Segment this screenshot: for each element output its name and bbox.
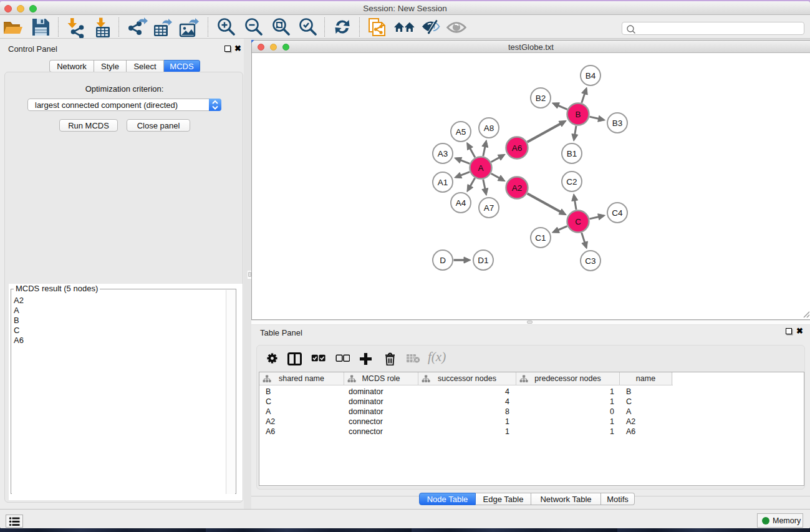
svg-text:B3: B3 (612, 118, 623, 128)
svg-text:C: C (575, 217, 581, 226)
svg-text:C2: C2 (566, 177, 577, 186)
svg-text:A: A (478, 163, 483, 173)
svg-text:B1: B1 (567, 149, 577, 158)
svg-text:B4: B4 (586, 71, 596, 80)
svg-text:B: B (575, 110, 581, 119)
svg-text:A2: A2 (512, 183, 523, 193)
svg-text:A4: A4 (456, 198, 466, 208)
svg-text:C3: C3 (585, 256, 595, 266)
svg-text:A1: A1 (438, 178, 448, 187)
svg-text:A6: A6 (512, 143, 523, 153)
svg-text:B2: B2 (536, 94, 546, 103)
svg-text:D1: D1 (478, 256, 488, 265)
svg-text:C1: C1 (535, 233, 546, 243)
svg-text:C4: C4 (612, 208, 623, 218)
svg-text:A7: A7 (484, 203, 494, 213)
svg-text:A3: A3 (438, 149, 448, 158)
svg-text:A8: A8 (484, 123, 494, 133)
svg-text:D: D (440, 256, 446, 265)
svg-text:A5: A5 (456, 127, 466, 137)
